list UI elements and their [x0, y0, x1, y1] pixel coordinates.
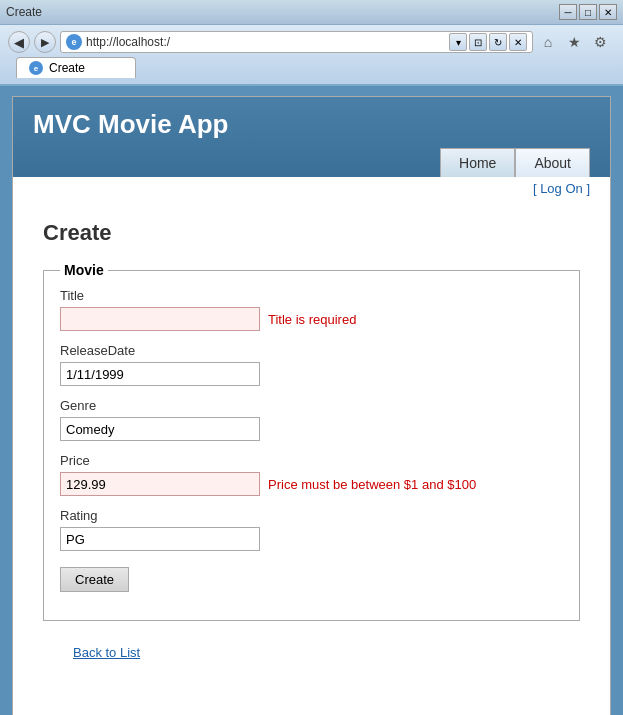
- address-bar[interactable]: e http://localhost:/ ▾ ⊡ ↻ ✕: [60, 31, 533, 53]
- genre-input[interactable]: [60, 417, 260, 441]
- title-group: Title Title is required: [60, 288, 563, 331]
- price-group: Price Price must be between $1 and $100: [60, 453, 563, 496]
- main-content: Create Movie Title Title is required Rel…: [13, 200, 610, 688]
- toolbar-right: ⌂ ★ ⚙: [537, 31, 615, 53]
- close-button[interactable]: ✕: [599, 4, 617, 20]
- tab-title: Create: [49, 61, 85, 75]
- favorites-icon[interactable]: ★: [563, 31, 585, 53]
- title-input-row: Title is required: [60, 307, 563, 331]
- page-content: MVC Movie App Home About [ Log On ] Crea…: [12, 96, 611, 715]
- logon-link[interactable]: [ Log On ]: [533, 181, 590, 196]
- release-group: ReleaseDate: [60, 343, 563, 386]
- rating-group: Rating: [60, 508, 563, 551]
- back-button[interactable]: ◀: [8, 31, 30, 53]
- window-title: Create: [6, 5, 42, 19]
- site-header: MVC Movie App Home About: [13, 97, 610, 177]
- window-controls: ─ □ ✕: [559, 4, 617, 20]
- title-input[interactable]: [60, 307, 260, 331]
- about-nav-button[interactable]: About: [515, 148, 590, 177]
- home-icon[interactable]: ⌂: [537, 31, 559, 53]
- stop-button[interactable]: ✕: [509, 33, 527, 51]
- settings-icon[interactable]: ⚙: [589, 31, 611, 53]
- tab-favicon: e: [29, 61, 43, 75]
- price-label: Price: [60, 453, 563, 468]
- refresh-button[interactable]: ↻: [489, 33, 507, 51]
- browser-chrome: ◀ ▶ e http://localhost:/ ▾ ⊡ ↻ ✕ ⌂ ★ ⚙ e…: [0, 25, 623, 86]
- title-bar: Create ─ □ ✕: [0, 0, 623, 25]
- site-title: MVC Movie App: [33, 109, 590, 140]
- home-nav-button[interactable]: Home: [440, 148, 515, 177]
- browser-icon: e: [66, 34, 82, 50]
- price-input-row: Price must be between $1 and $100: [60, 472, 563, 496]
- genre-group: Genre: [60, 398, 563, 441]
- rating-input[interactable]: [60, 527, 260, 551]
- forward-button[interactable]: ▶: [34, 31, 56, 53]
- nav-bar: Home About: [33, 148, 590, 177]
- maximize-button[interactable]: □: [579, 4, 597, 20]
- active-tab[interactable]: e Create: [16, 57, 136, 78]
- create-button[interactable]: Create: [60, 567, 129, 592]
- title-error: Title is required: [268, 312, 356, 327]
- movie-fieldset: Movie Title Title is required ReleaseDat…: [43, 262, 580, 621]
- price-error: Price must be between $1 and $100: [268, 477, 476, 492]
- fieldset-legend: Movie: [60, 262, 108, 278]
- title-label: Title: [60, 288, 563, 303]
- release-input[interactable]: [60, 362, 260, 386]
- submit-group: Create: [60, 563, 563, 592]
- address-text: http://localhost:/: [86, 35, 445, 49]
- rating-label: Rating: [60, 508, 563, 523]
- browser-toolbar: ◀ ▶ e http://localhost:/ ▾ ⊡ ↻ ✕ ⌂ ★ ⚙: [8, 31, 615, 53]
- page-heading: Create: [43, 220, 580, 246]
- release-label: ReleaseDate: [60, 343, 563, 358]
- address-buttons: ▾ ⊡ ↻ ✕: [449, 33, 527, 51]
- dropdown-button[interactable]: ▾: [449, 33, 467, 51]
- price-input[interactable]: [60, 472, 260, 496]
- compat-button[interactable]: ⊡: [469, 33, 487, 51]
- logon-bar: [ Log On ]: [13, 177, 610, 200]
- back-to-list-link[interactable]: Back to List: [43, 637, 580, 668]
- genre-label: Genre: [60, 398, 563, 413]
- page-wrapper: MVC Movie App Home About [ Log On ] Crea…: [0, 86, 623, 715]
- minimize-button[interactable]: ─: [559, 4, 577, 20]
- tab-bar: e Create: [8, 57, 615, 78]
